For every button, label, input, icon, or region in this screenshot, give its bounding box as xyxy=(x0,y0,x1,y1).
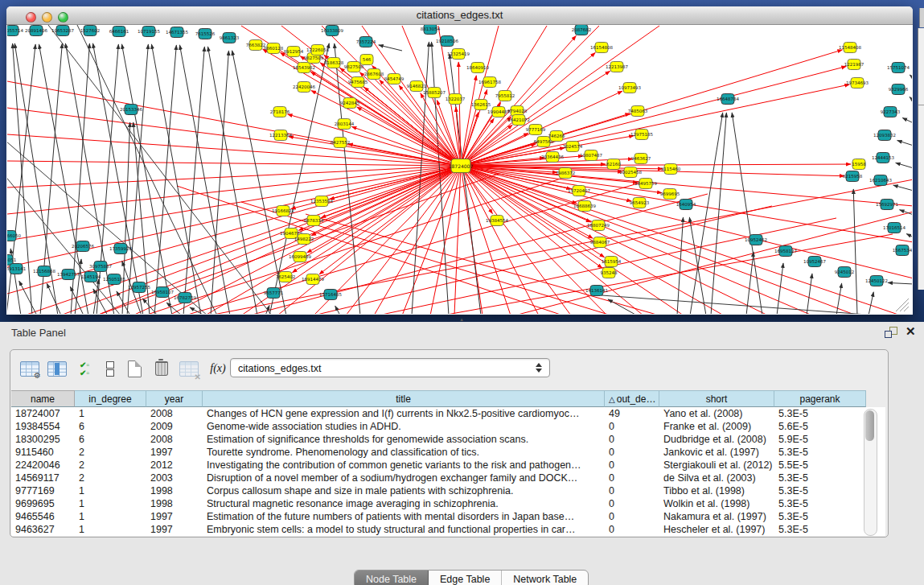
network-window-titlebar[interactable]: citations_edges.txt xyxy=(6,6,913,25)
table-row[interactable]: 1938455462009Genome-wide association stu… xyxy=(11,420,885,433)
column-header-in-degree[interactable]: in_degree xyxy=(75,390,146,407)
table-source-dropdown[interactable]: citations_edges.txt xyxy=(230,358,550,377)
tab-edge-table[interactable]: Edge Table xyxy=(429,571,502,585)
tab-network-table[interactable]: Network Table xyxy=(502,571,588,585)
table-cell: 0 xyxy=(605,497,659,510)
table-row[interactable]: 1830029562008Estimation of significance … xyxy=(11,433,885,446)
table-settings-icon[interactable]: ⚙ xyxy=(18,357,41,380)
graph-node-label: 16154808 xyxy=(590,45,613,50)
graph-node-label: 10688639 xyxy=(573,204,596,208)
show-columns-icon[interactable] xyxy=(46,357,68,380)
background-window-corner xyxy=(919,8,924,27)
graph-node-label: 16421072 xyxy=(507,117,530,122)
table-cell: 5.6E-5 xyxy=(774,420,866,433)
new-object-icon[interactable] xyxy=(123,357,146,380)
panel-splitter-handle[interactable]: ▴ xyxy=(456,316,467,322)
table-cell: 2009 xyxy=(146,420,203,433)
table-cell: 0 xyxy=(605,523,659,536)
graph-node-label: 9654923 xyxy=(630,200,650,205)
graph-node-label: 9827509 xyxy=(304,56,324,60)
table-row[interactable]: 969969511998Structural magnetic resonanc… xyxy=(11,497,885,510)
graph-node-label: 9884067 xyxy=(590,240,610,245)
table-cell: 5.3E-5 xyxy=(774,446,866,459)
graph-node-label: 9861323 xyxy=(220,35,240,40)
graph-node-label: 12093832 xyxy=(873,133,896,138)
network-canvas[interactable]: 1232541918640910169617587955812136261513… xyxy=(7,25,912,314)
graph-node-label: 19218506 xyxy=(436,39,458,43)
table-cell: Corpus callosum shape and size in male p… xyxy=(203,484,605,497)
graph-node-label: 9699695 xyxy=(660,192,680,196)
table-cell: de Silva et al. (2003) xyxy=(659,472,774,484)
graph-node-label: 8186328 xyxy=(324,60,344,65)
graph-node-label: 9115460 xyxy=(661,167,681,171)
graph-node-label: 1498222 xyxy=(294,237,314,241)
graph-node-label: 16914479 xyxy=(302,277,324,282)
graph-node-label: 15716485 xyxy=(319,292,342,297)
table-cell: 1 xyxy=(75,407,146,420)
table-cell: 2008 xyxy=(146,407,203,420)
table-cell: 2 xyxy=(75,459,146,472)
table-row[interactable]: 946362711997Embryonic stem cells: a mode… xyxy=(11,523,885,536)
table-row[interactable]: 977716911998Corpus callosum shape and si… xyxy=(11,484,885,497)
graph-node-label: 16961758 xyxy=(478,80,501,84)
table-cell: 1 xyxy=(75,484,146,497)
column-header-year[interactable]: year xyxy=(146,390,203,407)
table-cell: Estimation of the future numbers of pati… xyxy=(203,510,605,523)
table-cell: Yano et al. (2008) xyxy=(659,407,774,420)
table-row[interactable]: 2242004622012Investigating the contribut… xyxy=(11,459,885,472)
delete-icon[interactable] xyxy=(150,357,173,380)
table-cell: 2012 xyxy=(146,459,203,472)
table-cell: 9777169 xyxy=(11,484,75,497)
column-header-short[interactable]: short xyxy=(659,390,774,407)
graph-node-label: 1145194 xyxy=(81,274,101,279)
table-cell: Stergiakouli et al. (2012) xyxy=(659,459,774,472)
table-row[interactable]: 911546021997Tourette syndrome. Phenomeno… xyxy=(11,446,885,459)
column-header-label: title xyxy=(396,393,411,405)
graph-node-label: 746266 xyxy=(548,134,565,138)
graph-node-label: 10952467 xyxy=(803,259,826,264)
network-window[interactable]: citations_edges.txt 12325419186409101696… xyxy=(6,6,913,315)
graph-node-label: 8454749 xyxy=(384,76,405,81)
table-cell: 0 xyxy=(605,433,659,446)
clear-selection-icon[interactable] xyxy=(99,357,121,380)
graph-node-label: 12226058 xyxy=(306,47,329,52)
graph-node-label: 12975185 xyxy=(630,132,653,137)
tab-node-table[interactable]: Node Table xyxy=(355,571,429,585)
column-header-label: short xyxy=(706,393,728,405)
column-header-name[interactable]: name xyxy=(11,390,75,407)
table-row[interactable]: 1872400712008Changes of HCN gene express… xyxy=(11,407,885,420)
svg-text:18724007: 18724007 xyxy=(449,163,474,169)
graph-node-label: 11548408 xyxy=(839,45,861,50)
table-row[interactable]: 946554611997Estimation of the future num… xyxy=(11,510,885,523)
table-type-tabs: Node TableEdge TableNetwork Table xyxy=(354,570,589,585)
table-cell: 1 xyxy=(75,497,146,510)
graph-node-label: 8912954 xyxy=(284,49,304,54)
attribute-table: namein_degreeyeartitle△out_de…shortpager… xyxy=(11,390,885,536)
table-panel-body: ⚙✔▫✔▫✕f(x) citations_edges.txt namein_de… xyxy=(10,349,889,538)
float-panel-icon[interactable] xyxy=(885,327,897,338)
table-cell: Dudbridge et al. (2008) xyxy=(659,433,774,446)
table-row[interactable]: 1456911722003Disruption of a novel membe… xyxy=(11,472,885,484)
table-cell: Structural magnetic resonance image aver… xyxy=(203,497,605,510)
graph-node-label: 16958127 xyxy=(774,249,797,253)
graph-node-label: 16648784 xyxy=(717,97,739,101)
select-all-icon[interactable]: ✔▫✔▫ xyxy=(73,357,96,380)
graph-node-label: 7625402 xyxy=(276,274,296,279)
column-header-out-de-[interactable]: △out_de… xyxy=(605,390,659,407)
graph-node-label: 546 xyxy=(363,57,372,62)
table-cell: Disruption of a novel member of a sodium… xyxy=(203,472,605,484)
close-panel-icon[interactable]: ✕ xyxy=(906,324,916,339)
column-header-pagerank[interactable]: pagerank xyxy=(774,390,866,407)
table-cell: 0 xyxy=(605,459,659,472)
graph-node-label: 10952462 xyxy=(745,237,767,242)
vertical-scrollbar[interactable] xyxy=(864,409,877,536)
graph-node-label: 14055714 xyxy=(7,28,23,33)
table-cell: 6 xyxy=(75,420,146,433)
graph-node-label: 7535051 xyxy=(7,257,16,262)
scrollbar-thumb[interactable] xyxy=(865,410,874,441)
function-builder-icon[interactable]: f(x) xyxy=(207,357,229,380)
table-cell: 18724007 xyxy=(11,407,75,420)
dropdown-arrows-icon xyxy=(536,363,542,373)
column-header-title[interactable]: title xyxy=(203,390,605,407)
table-cell: 18300295 xyxy=(11,433,75,446)
